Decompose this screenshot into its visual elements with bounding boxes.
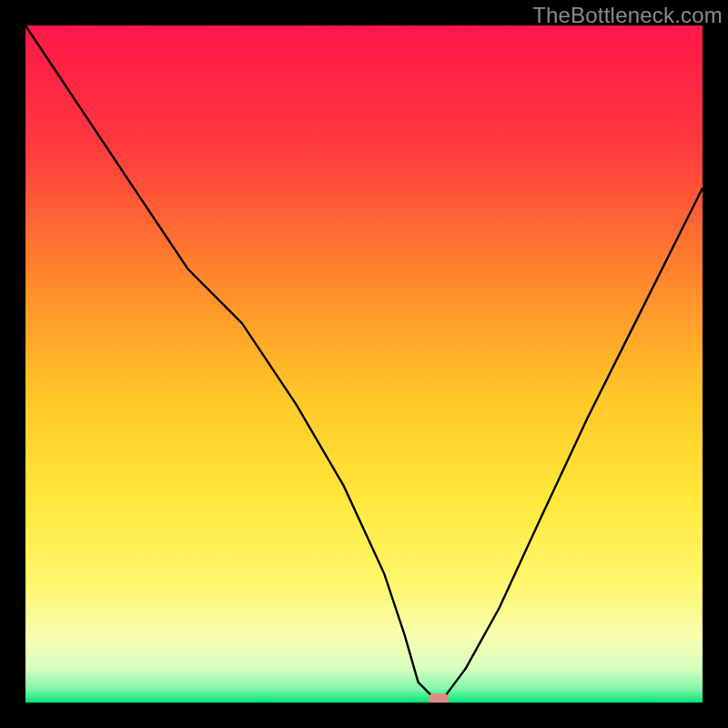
optimal-point-marker (429, 693, 449, 703)
bottleneck-chart (25, 25, 703, 703)
watermark-text: TheBottleneck.com (532, 3, 723, 28)
chart-plot-area (25, 25, 703, 703)
gradient-background (25, 25, 703, 703)
